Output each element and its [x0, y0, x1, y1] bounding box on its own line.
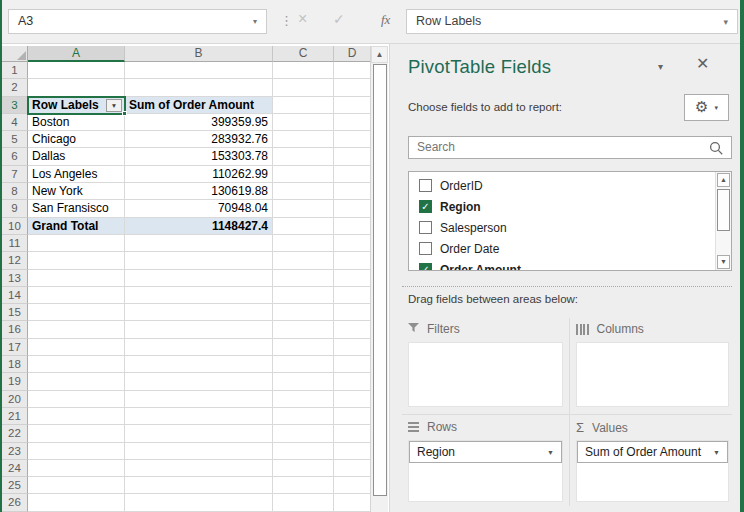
row-header-6[interactable]: 6	[2, 148, 28, 165]
cell-D4[interactable]	[334, 114, 370, 131]
cell-B4[interactable]: 399359.95	[125, 114, 273, 131]
scroll-down-icon[interactable]: ▼	[717, 255, 730, 269]
cell-C23[interactable]	[273, 443, 334, 460]
row-header-17[interactable]: 17	[2, 339, 28, 356]
cell-A1[interactable]	[28, 62, 125, 79]
cell-D24[interactable]	[334, 460, 370, 477]
column-header-b[interactable]: B	[125, 46, 273, 62]
row-header-8[interactable]: 8	[2, 183, 28, 200]
cell-B17[interactable]	[125, 339, 273, 356]
grid-scrollbar-thumb[interactable]	[373, 64, 387, 496]
row-header-5[interactable]: 5	[2, 131, 28, 148]
row-header-19[interactable]: 19	[2, 373, 28, 390]
cell-D20[interactable]	[334, 391, 370, 408]
row-header-1[interactable]: 1	[2, 62, 28, 79]
chevron-down-icon[interactable]: ▼	[547, 449, 554, 456]
cell-D14[interactable]	[334, 287, 370, 304]
row-header-11[interactable]: 11	[2, 235, 28, 252]
cell-D26[interactable]	[334, 494, 370, 511]
cell-B10[interactable]: 1148427.4	[125, 218, 273, 235]
cell-C8[interactable]	[273, 183, 334, 200]
cell-B25[interactable]	[125, 477, 273, 494]
cell-B19[interactable]	[125, 373, 273, 390]
row-header-16[interactable]: 16	[2, 321, 28, 338]
cell-B3[interactable]: Sum of Order Amount	[125, 97, 273, 114]
cell-C1[interactable]	[273, 62, 334, 79]
insert-function-button[interactable]: fx	[381, 12, 390, 28]
column-header-d[interactable]: D	[334, 46, 370, 62]
cell-B9[interactable]: 70948.04	[125, 200, 273, 217]
cell-D8[interactable]	[334, 183, 370, 200]
cell-B14[interactable]	[125, 287, 273, 304]
cell-A9[interactable]: San Fransisco	[28, 200, 125, 217]
cell-C25[interactable]	[273, 477, 334, 494]
cell-A23[interactable]	[28, 443, 125, 460]
cell-C13[interactable]	[273, 270, 334, 287]
cell-A13[interactable]	[28, 270, 125, 287]
cell-C11[interactable]	[273, 235, 334, 252]
row-header-7[interactable]: 7	[2, 166, 28, 183]
cell-B6[interactable]: 153303.78	[125, 148, 273, 165]
field-list-scrollbar-thumb[interactable]	[717, 189, 730, 231]
cell-A22[interactable]	[28, 425, 125, 442]
select-all-button[interactable]	[2, 46, 28, 62]
field-checkbox-orderid[interactable]	[419, 179, 432, 192]
row-header-21[interactable]: 21	[2, 408, 28, 425]
cell-A14[interactable]	[28, 287, 125, 304]
row-labels-filter-button[interactable]: ▼	[106, 99, 122, 113]
cell-A20[interactable]	[28, 391, 125, 408]
cell-A4[interactable]: Boston	[28, 114, 125, 131]
row-header-20[interactable]: 20	[2, 391, 28, 408]
cell-C21[interactable]	[273, 408, 334, 425]
cell-B21[interactable]	[125, 408, 273, 425]
cell-C10[interactable]	[273, 218, 334, 235]
enter-button[interactable]: ✓	[333, 11, 345, 27]
cell-C15[interactable]	[273, 304, 334, 321]
cell-B2[interactable]	[125, 79, 273, 96]
cell-B22[interactable]	[125, 425, 273, 442]
row-header-14[interactable]: 14	[2, 287, 28, 304]
column-header-a[interactable]: A	[28, 46, 125, 62]
cell-A21[interactable]	[28, 408, 125, 425]
cell-D18[interactable]	[334, 356, 370, 373]
cell-C9[interactable]	[273, 200, 334, 217]
cell-A8[interactable]: New York	[28, 183, 125, 200]
tools-button[interactable]: ⚙ ▾	[684, 94, 729, 121]
row-header-4[interactable]: 4	[2, 114, 28, 131]
cell-D9[interactable]	[334, 200, 370, 217]
values-field-pill[interactable]: Sum of Order Amount ▼	[577, 441, 728, 463]
row-header-13[interactable]: 13	[2, 270, 28, 287]
cell-A6[interactable]: Dallas	[28, 148, 125, 165]
cell-D12[interactable]	[334, 252, 370, 269]
formula-bar-expand-icon[interactable]: ▾	[723, 17, 728, 27]
row-header-22[interactable]: 22	[2, 425, 28, 442]
field-list-scrollbar[interactable]: ▲ ▼	[715, 172, 731, 270]
name-box[interactable]: A3 ▾	[8, 9, 267, 34]
cell-C18[interactable]	[273, 356, 334, 373]
cell-A7[interactable]: Los Angeles	[28, 166, 125, 183]
cell-C4[interactable]	[273, 114, 334, 131]
row-header-3[interactable]: 3	[2, 97, 28, 114]
row-header-15[interactable]: 15	[2, 304, 28, 321]
cell-D15[interactable]	[334, 304, 370, 321]
formula-bar-input[interactable]: Row Labels ▾	[406, 9, 738, 34]
cell-C20[interactable]	[273, 391, 334, 408]
field-checkbox-order-amount[interactable]: ✓	[419, 263, 432, 271]
row-header-9[interactable]: 9	[2, 200, 28, 217]
field-item-orderid[interactable]: OrderID	[409, 175, 714, 196]
cell-B18[interactable]	[125, 356, 273, 373]
field-item-salesperson[interactable]: Salesperson	[409, 217, 714, 238]
name-box-dropdown-icon[interactable]: ▾	[253, 17, 257, 26]
cell-C17[interactable]	[273, 339, 334, 356]
formula-bar-drag-handle[interactable]: ⋮	[280, 13, 293, 28]
cell-B7[interactable]: 110262.99	[125, 166, 273, 183]
cell-D22[interactable]	[334, 425, 370, 442]
field-item-order-amount[interactable]: ✓Order Amount	[409, 259, 714, 271]
row-header-25[interactable]: 25	[2, 477, 28, 494]
cell-C19[interactable]	[273, 373, 334, 390]
cell-A15[interactable]	[28, 304, 125, 321]
row-header-24[interactable]: 24	[2, 460, 28, 477]
field-checkbox-salesperson[interactable]	[419, 221, 432, 234]
row-header-2[interactable]: 2	[2, 79, 28, 96]
cell-C5[interactable]	[273, 131, 334, 148]
